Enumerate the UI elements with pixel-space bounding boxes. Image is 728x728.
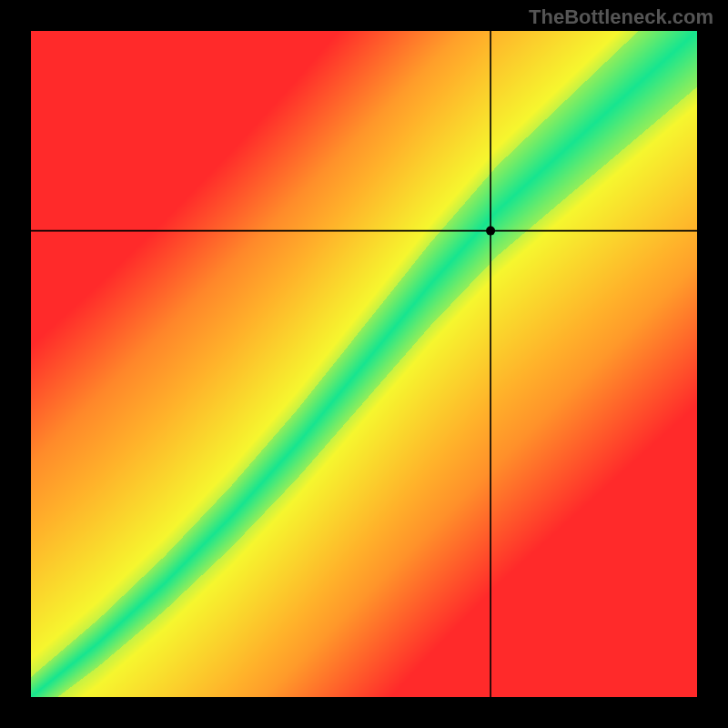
watermark-text: TheBottleneck.com [529, 5, 713, 29]
chart-container: TheBottleneck.com [0, 0, 728, 728]
bottleneck-heatmap [31, 31, 697, 697]
